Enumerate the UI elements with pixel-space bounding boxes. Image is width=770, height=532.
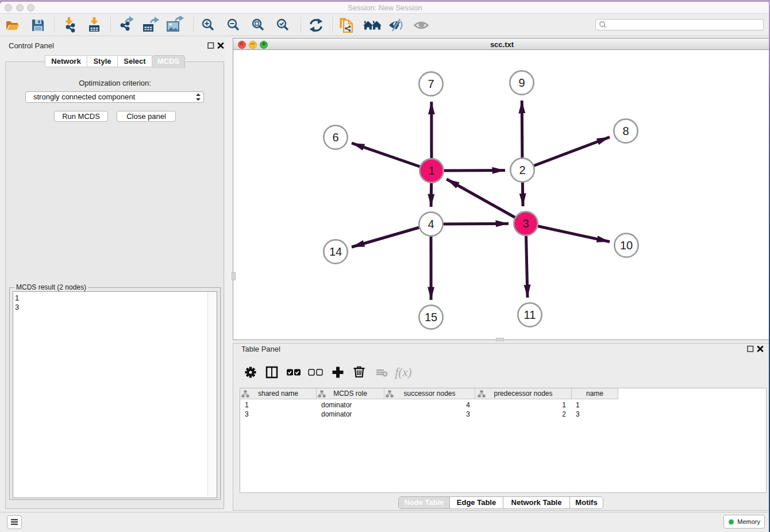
svg-text:7: 7	[428, 78, 434, 90]
svg-text:2: 2	[519, 164, 525, 176]
svg-text:15: 15	[425, 311, 437, 323]
svg-text:14: 14	[329, 245, 342, 258]
svg-text:4: 4	[428, 218, 434, 230]
svg-text:f(x): f(x)	[395, 365, 411, 379]
svg-text:10: 10	[620, 239, 633, 252]
svg-text:11: 11	[524, 309, 536, 321]
svg-text:6: 6	[332, 131, 338, 144]
svg-text:9: 9	[518, 76, 525, 89]
svg-text:1: 1	[428, 164, 434, 177]
svg-text:8: 8	[622, 125, 629, 137]
svg-text:3: 3	[522, 217, 529, 230]
